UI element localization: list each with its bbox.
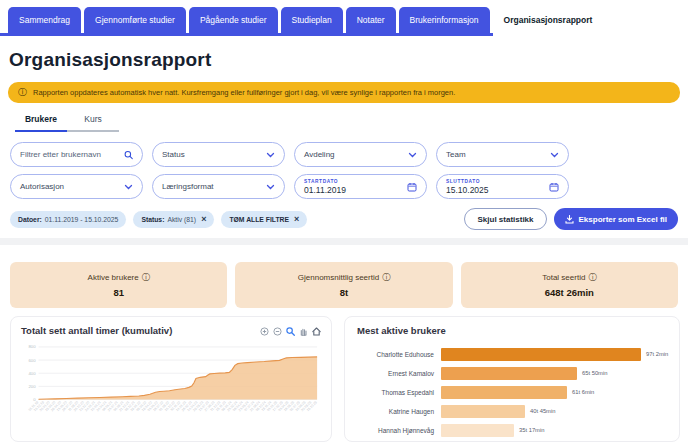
active-filter-chips: Datoer:01.11.2019 - 15.10.2025Status:Akt…	[10, 211, 307, 228]
subtabs: BrukereKurs	[15, 114, 688, 132]
cumulative-chart-title: Totalt sett antall timer (kumulativ)	[21, 325, 172, 336]
bar-user-name: Ernest Kamalov	[357, 370, 441, 377]
bar-hannah-hjønnevåg	[441, 424, 514, 437]
tab-brukerinformasjon[interactable]: Brukerinformasjon	[399, 7, 490, 33]
dropdown-avdeling[interactable]: Avdeling	[294, 142, 427, 167]
hide-statistics-button[interactable]: Skjul statistikk	[464, 208, 546, 230]
tab-organisasjonsrapport[interactable]: Organisasjonsrapport	[493, 7, 604, 33]
organization-report-screen: SammendragGjennomførte studierPågående s…	[0, 0, 688, 446]
y-tick-label: 400	[28, 371, 36, 376]
stat-value: 81	[113, 287, 124, 298]
dropdown-label-team: Team	[446, 150, 466, 159]
dropdown-label-avdeling: Avdeling	[304, 150, 335, 159]
dropdown-label-status: Status	[162, 150, 185, 159]
chevron-down-icon	[124, 184, 133, 190]
charts-row: Totalt sett antall timer (kumulativ) 020…	[10, 316, 678, 442]
stat-label-text: Aktive brukere	[88, 273, 139, 282]
stat-label-text: Total seertid	[542, 273, 585, 282]
calendar-icon	[407, 182, 417, 192]
start-date-field[interactable]: STARTDATO01.11.2019	[294, 174, 427, 199]
chevron-down-icon	[266, 152, 275, 158]
dropdown-læringsformat[interactable]: Læringsformat	[152, 174, 285, 199]
chip-value: 01.11.2019 - 15.10.2025	[45, 216, 119, 223]
y-tick-label: 800	[28, 344, 36, 349]
download-icon	[565, 215, 574, 224]
bar-value-label: 65t 50min	[582, 370, 607, 376]
bar-value-label: 97t 2min	[646, 351, 668, 357]
bar-chart-title: Mest aktive brukere	[357, 325, 667, 336]
top-nav-tabs: SammendragGjennomførte studierPågående s…	[8, 7, 688, 33]
chevron-down-icon	[266, 184, 275, 190]
filter-section: StatusAvdelingTeam AutorisasjonLæringsfo…	[10, 142, 688, 199]
chip-close-icon[interactable]: ×	[294, 215, 299, 224]
bar-row-thomas-espedahl: Thomas Espedahl61t 6min	[357, 383, 667, 401]
most-active-users-panel: Mest aktive brukere Charlotte Eduhouse97…	[344, 316, 680, 442]
export-excel-button[interactable]: Eksporter som Excel fil	[554, 208, 678, 230]
search-icon	[124, 150, 133, 160]
zoom-in-icon[interactable]	[260, 327, 269, 336]
chip-close-icon[interactable]: ×	[201, 215, 206, 224]
filter-chip-status[interactable]: Status:Aktiv (81)×	[133, 211, 214, 228]
end-date-field-label: SLUTTDATO	[446, 179, 489, 184]
info-banner: ⓘ Rapporten oppdateres automatisk hver n…	[8, 82, 680, 103]
zoom-out-icon[interactable]	[273, 327, 282, 336]
y-tick-label: 200	[28, 384, 36, 389]
chip-label: Status:	[141, 216, 164, 223]
stat-label: Aktive brukereⓘ	[88, 272, 150, 283]
bar-katrine-haugen	[441, 405, 525, 418]
stat-value: 8t	[340, 287, 348, 298]
info-banner-text: Rapporten oppdateres automatisk hver nat…	[33, 88, 455, 97]
info-icon[interactable]: ⓘ	[142, 272, 150, 283]
dropdown-autorisasjon[interactable]: Autorisasjon	[10, 174, 143, 199]
bar-user-name: Katrine Haugen	[357, 408, 441, 415]
action-buttons: Skjul statistikk Eksporter som Excel fil	[464, 208, 678, 230]
pan-icon[interactable]	[299, 327, 308, 336]
stat-value: 648t 26min	[545, 287, 594, 298]
stat-card-total-seertid: Total seertidⓘ648t 26min	[461, 262, 678, 308]
info-icon[interactable]: ⓘ	[588, 272, 596, 283]
chevron-down-icon	[408, 152, 417, 158]
bar-value-label: 40t 45min	[530, 408, 555, 414]
filter-chip-tøm-alle-filtre[interactable]: TØM ALLE FILTRE×	[221, 211, 307, 228]
bar-user-name: Hannah Hjønnevåg	[357, 427, 441, 434]
bar-value-label: 35t 17min	[519, 427, 544, 433]
tab-sammendrag[interactable]: Sammendrag	[8, 7, 81, 33]
bar-user-name: Thomas Espedahl	[357, 389, 441, 396]
export-excel-label: Eksporter som Excel fil	[579, 215, 667, 224]
section-divider	[0, 238, 688, 245]
box-zoom-icon[interactable]	[286, 327, 295, 336]
cumulative-hours-panel: Totalt sett antall timer (kumulativ) 020…	[10, 316, 332, 442]
stat-card-gjennomsnittlig-seertid: Gjennomsnittlig seertidⓘ8t	[235, 262, 452, 308]
home-icon[interactable]	[312, 327, 321, 336]
tab-notater[interactable]: Notater	[346, 7, 396, 33]
bar-chart: Charlotte Eduhouse97t 2minErnest Kamalov…	[357, 345, 667, 439]
bar-charlotte-eduhouse	[441, 348, 641, 361]
chart-toolbar	[260, 327, 321, 336]
tab-studieplan[interactable]: Studieplan	[281, 7, 343, 33]
stat-label: Gjennomsnittlig seertidⓘ	[298, 272, 390, 283]
search-field[interactable]	[10, 142, 143, 167]
nav-underline	[0, 33, 493, 36]
dropdown-team[interactable]: Team	[436, 142, 569, 167]
subtab-brukere[interactable]: Brukere	[15, 114, 67, 132]
filter-chip-row: Datoer:01.11.2019 - 15.10.2025Status:Akt…	[0, 208, 688, 230]
end-date-field-text: SLUTTDATO15.10.2025	[446, 179, 489, 195]
start-date-field-label: STARTDATO	[304, 179, 346, 184]
top-nav: SammendragGjennomførte studierPågående s…	[0, 0, 688, 36]
y-tick-label: 600	[28, 358, 36, 363]
end-date-field[interactable]: SLUTTDATO15.10.2025	[436, 174, 569, 199]
chip-label: TØM ALLE FILTRE	[229, 216, 289, 223]
dropdown-label-læringsformat: Læringsformat	[162, 182, 214, 191]
info-icon: ⓘ	[18, 88, 27, 97]
search-input[interactable]	[20, 150, 124, 159]
subtab-kurs[interactable]: Kurs	[67, 114, 119, 132]
tab-gjennomførte-studier[interactable]: Gjennomførte studier	[84, 7, 186, 33]
bar-thomas-espedahl	[441, 386, 567, 399]
stat-card-aktive-brukere: Aktive brukereⓘ81	[10, 262, 227, 308]
dropdown-label-autorisasjon: Autorisasjon	[20, 182, 64, 191]
start-date-field-value: 01.11.2019	[304, 185, 346, 195]
tab-pågående-studier[interactable]: Pågående studier	[189, 7, 278, 33]
info-icon[interactable]: ⓘ	[382, 272, 390, 283]
filter-chip-datoer[interactable]: Datoer:01.11.2019 - 15.10.2025	[10, 211, 126, 228]
dropdown-status[interactable]: Status	[152, 142, 285, 167]
